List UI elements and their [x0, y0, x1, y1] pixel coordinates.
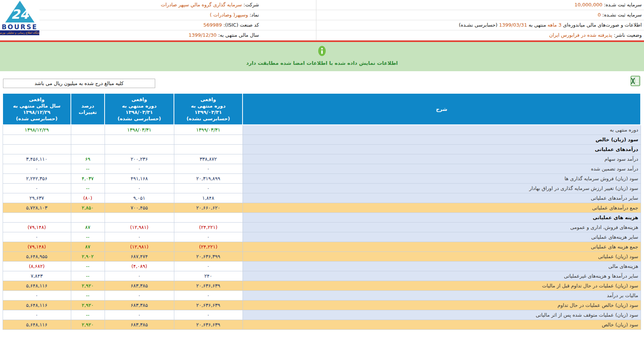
cell-percent-change: [71, 212, 105, 222]
cell-percent-change: ۲,۹۰۲: [71, 251, 105, 261]
cell-current-period: (۲۴,۲۲۱): [174, 242, 243, 251]
cell-value: ۱۳۹۸/۰۳/۳۱: [127, 127, 151, 133]
cell-fiscal-year: (۷۹,۱۴۸): [3, 222, 71, 232]
cell-value: ۰: [36, 293, 38, 298]
cell-value: ۳۳۸,۸۷۲: [199, 156, 217, 162]
header-row-right-1: شرکت: سرمایه گذاری گروه مالي سپهر صادرات: [0, 0, 316, 10]
cell-value: ۰: [207, 166, 210, 172]
cell-percent-change: --: [71, 290, 105, 300]
header-value: 569989: [203, 22, 222, 28]
cell-current-period: ۱۳۹۹/۰۳/۳۱: [174, 125, 243, 135]
cell-current-period: ۰: [174, 183, 243, 193]
row-label: سایر درآمدهای عملیاتی: [243, 193, 641, 203]
cell-fiscal-year: ۱۳۹۸/۱۲/۲۹: [3, 125, 71, 135]
cell-fiscal-year: [3, 144, 71, 154]
cell-fiscal-year: ۲۹,۶۳۷: [3, 193, 71, 203]
cell-value: ۲۴۰: [204, 273, 212, 279]
cell-previous-period: ۰: [105, 232, 174, 242]
cell-previous-period: ۹,۰۵۱: [105, 193, 174, 203]
header-row-left-3: اطلاعات و صورت‌های مالی میاندوره‌ای 3 ما…: [316, 20, 644, 30]
row-label: هزینه‌های فروش، اداری و عمومی: [243, 222, 641, 232]
cell-value: (۸۰): [83, 195, 92, 201]
row-label: سود (زیان) فروش سرمایه گذاری ها: [243, 173, 641, 183]
table-row: سود (زیان) خالص۲۰,۶۳۶,۶۳۹۶۸۳,۳۸۵۲,۹۲۰۵,۶…: [3, 320, 641, 329]
cell-current-period: ۰: [174, 164, 243, 173]
cell-percent-change: --: [71, 271, 105, 281]
cell-value: ۱۳۹۸/۱۲/۲۹: [25, 127, 49, 133]
cell-value: ۴,۰۳۷: [82, 176, 94, 181]
cell-previous-period: (۴,۰۸۹): [105, 261, 174, 271]
header-label: منتهی به: [527, 22, 548, 28]
cell-percent-change: ۴,۰۳۷: [71, 173, 105, 183]
cell-value: ۲۰,۶۶۰,۶۲۰: [196, 205, 220, 211]
cell-value: ۸۷: [85, 244, 90, 250]
header-row-left-2: سرمایه ثبت نشـده: 0: [316, 10, 644, 20]
verification-message: اطلاعات نمایش داده شده با اطلاعات امضا ش…: [0, 60, 644, 66]
cell-fiscal-year: ۰: [3, 232, 71, 242]
cell-value: ۲۰,۶۳۶,۶۳۹: [196, 302, 220, 308]
cell-previous-period: ۱۳۹۸/۰۳/۳۱: [105, 125, 174, 135]
row-label: سود (زیان) عملیاتی: [243, 251, 641, 261]
header-value: پذیرفته شده در فرابورس ایران: [549, 32, 613, 38]
table-row: سود (زیان) تغییر ارزش سرمایه گذاری در او…: [3, 183, 641, 193]
cell-current-period: ۲۴۰: [174, 271, 243, 281]
cell-previous-period: ۰: [105, 310, 174, 320]
table-row: سود (زیان) خالص: [3, 135, 641, 144]
header-label: شرکت:: [242, 2, 259, 7]
cell-fiscal-year: [3, 135, 71, 144]
bourse24-logo[interactable]: 24 BOURSE پایگاه اطلاع رسانی و تحلیلی بو…: [0, 0, 39, 40]
cell-value: ۵,۶۴۸,۱۱۶: [26, 283, 47, 289]
row-label: جمع هزینه های عملیاتی: [243, 242, 641, 251]
cell-value: ۹,۰۵۱: [133, 195, 145, 201]
report-page: 24 BOURSE پایگاه اطلاع رسانی و تحلیلی بو…: [0, 0, 644, 338]
cell-previous-period: ۴۹۱,۱۶۸: [105, 173, 174, 183]
cell-current-period: ۰: [174, 261, 243, 271]
cell-percent-change: --: [71, 183, 105, 193]
company-info-right-column: شرکت: سرمایه گذاری گروه مالي سپهر صادرات…: [0, 0, 316, 40]
cell-value: ۸۷: [85, 224, 90, 230]
cell-value: ۷,۸۴۳: [31, 273, 43, 279]
header-row-left-4: وضعیت ناشر: پذیرفته شده در فرابورس ایران: [316, 30, 644, 40]
cell-percent-change: ۲,۸۵۰: [71, 203, 105, 212]
table-row: مالیات بر درآمد۰۰--۰: [3, 290, 641, 300]
header-value: وسپهر( وصادرات ): [210, 12, 248, 18]
cell-value: (۱۲,۹۸۱): [130, 224, 148, 230]
cell-percent-change: ۶۹: [71, 154, 105, 164]
row-label: سود (زیان) خالص: [243, 135, 641, 144]
cell-value: ۰: [138, 273, 141, 279]
excel-export-icon[interactable]: [631, 76, 640, 86]
header-label: سال مالی منتهی به:: [217, 32, 259, 38]
cell-previous-period: ۷۰۰,۴۵۵: [105, 203, 174, 212]
cell-fiscal-year: ۰: [3, 310, 71, 320]
header-label: کد صنعت (ISIC):: [222, 22, 259, 28]
cell-current-period: ۰: [174, 310, 243, 320]
col-percent-change: درصدتغییرات: [71, 93, 105, 125]
company-info-left-column: سرمایه ثبت شـده: 10,000,000سرمایه ثبت نش…: [316, 0, 644, 40]
cell-value: (۲۴,۲۲۱): [199, 244, 217, 250]
cell-percent-change: [71, 135, 105, 144]
cell-percent-change: (۸۰): [71, 193, 105, 203]
col-actual-fiscal-year: واقعیسال مالی منتهی به۱۳۹۸/۱۲/۲۹(حسابرسی…: [3, 93, 71, 125]
logo-triangle-icon: 24: [5, 1, 34, 22]
cell-value: ۶۸۷,۴۷۴: [130, 254, 148, 259]
currency-unit-note: کلیه مبالغ درج شده به میلیون ریال می باش…: [3, 79, 155, 88]
cell-previous-period: [105, 135, 174, 144]
cell-current-period: ۲۰,۶۳۶,۶۳۹: [174, 281, 243, 290]
row-label: سود (زیان) عملیات متوقف شده پس از اثر ما…: [243, 310, 641, 320]
cell-current-period: [174, 212, 243, 222]
cell-value: ۰: [207, 234, 210, 240]
table-row: سایر درآمدهای عملیاتی۱,۸۴۸۹,۰۵۱(۸۰)۲۹,۶۳…: [3, 193, 641, 203]
cell-value: --: [86, 234, 89, 240]
cell-fiscal-year: ۰: [3, 164, 71, 173]
table-header: شرحواقعیدوره منتهی به۱۳۹۹/۰۳/۳۱(حسابرسی …: [3, 93, 641, 125]
cell-value: --: [86, 273, 89, 279]
cell-previous-period: ۰: [105, 290, 174, 300]
logo-brand-text: BOURSE: [0, 24, 39, 30]
cell-previous-period: (۱۲,۹۸۱): [105, 242, 174, 251]
cell-value: (۸,۶۸۲): [29, 263, 45, 269]
cell-fiscal-year: (۷۹,۱۴۸): [3, 242, 71, 251]
note-row: کلیه مبالغ درج شده به میلیون ریال می باش…: [0, 71, 644, 93]
cell-current-period: ۱,۸۴۸: [174, 193, 243, 203]
cell-fiscal-year: ۵,۷۲۸,۱۰۳: [3, 203, 71, 212]
cell-previous-period: ۲۰۰,۲۳۶: [105, 154, 174, 164]
